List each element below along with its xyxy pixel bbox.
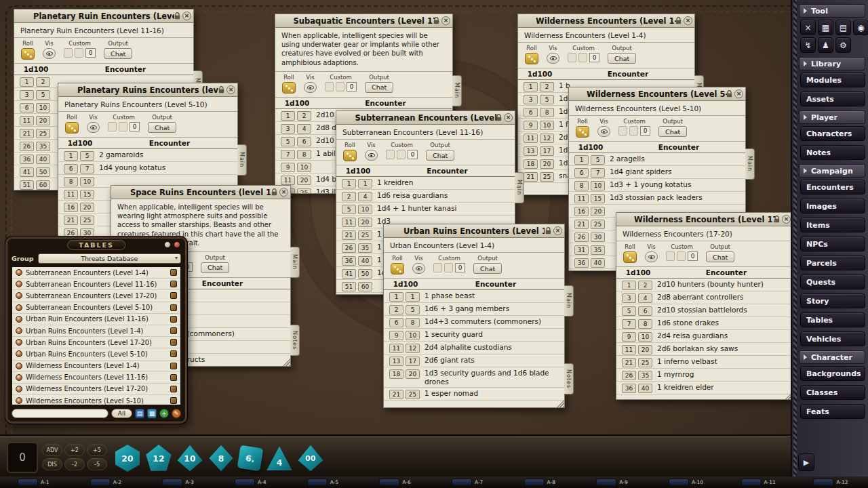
sidebar-header-player[interactable]: Player <box>799 110 865 124</box>
sidebar-item-modules[interactable]: Modules <box>800 73 865 87</box>
effects-icon[interactable]: ↯ <box>800 37 816 53</box>
visibility-toggle[interactable] <box>645 251 658 262</box>
hotkey-slot[interactable] <box>596 479 616 486</box>
window-titlebar[interactable]: Wilderness Encounters (Level 1-4)× <box>518 14 694 28</box>
table-row[interactable]: 11202d6 borlakan sky saws <box>616 343 793 356</box>
window-titlebar[interactable]: Subaquatic Encounters (Level 17-20)× <box>275 14 452 28</box>
roll-dice-button[interactable] <box>282 82 296 94</box>
visibility-toggle[interactable] <box>365 150 378 161</box>
table-link-icon[interactable] <box>170 304 177 311</box>
table-row[interactable]: 152 aragells <box>569 153 745 166</box>
chat-output-button[interactable]: Chat <box>473 263 502 274</box>
side-tab-main[interactable]: Main <box>515 172 524 203</box>
roll-dice-button[interactable] <box>65 122 79 134</box>
view-grid-button[interactable]: ▦ <box>147 409 157 418</box>
sidebar-item-classes[interactable]: Classes <box>800 385 865 400</box>
hotkey-slot[interactable] <box>813 479 833 486</box>
list-item[interactable]: Urban Ruins Encounters (Level 17-20) <box>12 337 180 348</box>
side-tab-main[interactable]: Main <box>564 285 574 317</box>
table-row[interactable]: 562d10 stossian battlelords <box>616 304 793 317</box>
filter-all-button[interactable]: All <box>111 409 132 418</box>
table-row[interactable]: 11122d4 alphalite custodians <box>384 342 564 354</box>
hotkey-slot[interactable] <box>452 479 472 486</box>
table-row[interactable]: 13172d6 giant rats <box>384 354 564 367</box>
table-row[interactable]: 5101d4 + 1 hunter kanasi <box>336 203 515 216</box>
table-link-icon[interactable] <box>170 363 177 369</box>
die-d12[interactable]: 12 <box>145 445 172 472</box>
table-row[interactable]: 9101 security guard <box>384 329 564 342</box>
visibility-toggle[interactable] <box>547 53 559 64</box>
table-row[interactable]: 9102d4 reisa guardians <box>616 330 793 343</box>
window-titlebar[interactable]: Planetary Ruins Encounters (level 5-10)× <box>58 83 237 97</box>
table-row[interactable]: 26351 myrnrog <box>616 369 793 382</box>
die-d100[interactable]: 00 <box>297 445 324 472</box>
sidebar-item-feats[interactable]: Feats <box>800 404 865 419</box>
hotkey-slot[interactable] <box>741 479 762 486</box>
table-row[interactable]: 152 gamaroids <box>58 149 237 162</box>
visibility-toggle[interactable] <box>412 263 425 274</box>
window-urban-ruins-1-4[interactable]: MainNotesUrban Ruins Encounters (Level 1… <box>383 224 565 408</box>
side-tab-main[interactable]: Main <box>290 247 300 278</box>
list-item[interactable]: Wilderness Encounters (Level 17-20) <box>12 384 180 395</box>
table-row[interactable]: 781d6 stone drakes <box>616 317 793 330</box>
sidebar-header-campaign[interactable]: Campaign <box>799 164 865 178</box>
window-titlebar[interactable]: Urban Ruins Encounters (Level 1-4)× <box>384 224 564 238</box>
hotkey-slot[interactable] <box>524 479 545 486</box>
roll-dice-button[interactable] <box>576 126 589 138</box>
table-link-icon[interactable] <box>170 374 177 381</box>
table-row[interactable]: 681d4+3 commuters (commoners) <box>384 316 564 329</box>
table-row[interactable]: 122d10 hunters (bounty hunter) <box>616 279 793 291</box>
side-tab-main[interactable]: Main <box>745 148 755 180</box>
modifier-plus5[interactable]: +5 <box>87 444 107 456</box>
list-item[interactable]: Wilderness Encounters (Level 5-10) <box>12 395 180 405</box>
close-button[interactable]: × <box>504 113 513 122</box>
side-tab-main[interactable]: Main <box>452 75 462 106</box>
panel-minimize-button[interactable] <box>164 241 171 248</box>
table-link-icon[interactable] <box>170 339 177 346</box>
roll-dice-button[interactable] <box>343 150 357 161</box>
window-titlebar[interactable]: Planetary Ruin Encounters (Level 11-16)× <box>14 9 193 23</box>
list-item[interactable]: Subterranean Encounters (Level 17-20) <box>12 290 180 302</box>
table-row[interactable]: 111 phase beast <box>384 290 564 303</box>
modifier-minus2[interactable]: -2 <box>64 458 85 470</box>
table-link-icon[interactable] <box>170 397 177 404</box>
side-tab-notes[interactable]: Notes <box>290 325 300 356</box>
sidebar-item-characters[interactable]: Characters <box>800 126 865 141</box>
edit-button[interactable]: ✎ <box>172 409 181 418</box>
table-row[interactable]: 21251 esper nomad <box>384 388 564 401</box>
table-row[interactable]: 21251 inferno velbast <box>616 356 793 369</box>
close-button[interactable]: × <box>684 16 692 25</box>
sidebar-item-images[interactable]: Images <box>800 199 865 214</box>
sidebar-item-notes[interactable]: Notes <box>800 145 865 160</box>
window-titlebar[interactable]: Wilderness Encounters (Level 5-10)× <box>569 87 745 101</box>
hotkey-slot[interactable] <box>90 479 111 486</box>
table-row[interactable]: 342d8 aberrant controllers <box>616 291 793 304</box>
party-sheet-icon[interactable]: ♟ <box>818 37 833 53</box>
close-button[interactable]: × <box>182 12 191 20</box>
die-d4[interactable]: 4 <box>266 445 293 472</box>
modifier-dis[interactable]: DIS <box>42 458 62 470</box>
play-button[interactable]: ▶ <box>798 453 814 471</box>
visibility-toggle[interactable] <box>87 122 100 133</box>
sidebar-item-tables[interactable]: Tables <box>800 312 865 327</box>
view-list-button[interactable]: ▤ <box>135 409 144 418</box>
hotkey-slot[interactable] <box>18 479 38 486</box>
list-item[interactable]: Wilderness Encounters (Level 1-4) <box>12 361 180 372</box>
list-item[interactable]: Urban Ruin Encounters (Level 11-16) <box>12 314 180 325</box>
table-row[interactable]: 671d4 young kotatus <box>58 162 237 175</box>
roll-dice-button[interactable] <box>21 48 35 60</box>
sidebar-item-backgrounds[interactable]: Backgrounds <box>800 366 865 381</box>
chat-output-button[interactable]: Chat <box>104 48 132 59</box>
tables-panel[interactable]: TABLES Group Threats Database ▾ Subterra… <box>5 237 187 424</box>
table-row[interactable]: 251d6 + 3 gang members <box>384 303 564 316</box>
chat-output-button[interactable]: Chat <box>365 82 393 93</box>
calendar-icon[interactable]: ▦ <box>818 20 833 35</box>
hotkey-slot[interactable] <box>235 479 255 486</box>
sidebar-header-library[interactable]: Library <box>799 57 865 70</box>
modifier-adv[interactable]: ADV <box>42 444 62 456</box>
hotkey-slot[interactable] <box>379 479 399 486</box>
group-dropdown[interactable]: Threats Database ▾ <box>38 253 181 264</box>
table-link-icon[interactable] <box>170 327 177 334</box>
table-link-icon[interactable] <box>170 350 177 357</box>
sidebar-header-tool[interactable]: Tool <box>799 4 865 18</box>
